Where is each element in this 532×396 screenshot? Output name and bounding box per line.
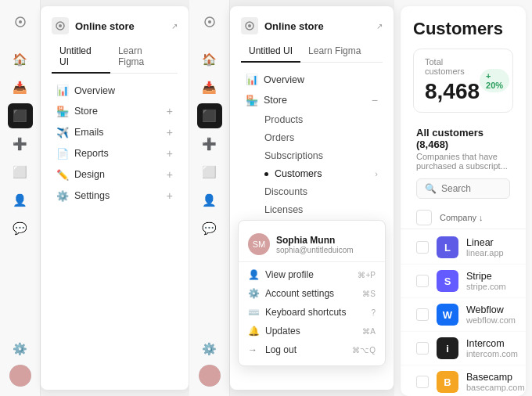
nav-icon-settings-2[interactable]: ⚙️	[197, 337, 222, 362]
logout-shortcut: ⌘⌥Q	[352, 346, 376, 355]
nav-icon-user-2[interactable]: 👤	[197, 188, 222, 213]
company-checkbox-0[interactable]	[416, 241, 429, 254]
sidebar-left-1: 🏠 📥 ⬛ ➕ ⬜ 👤 💬 ⚙️	[0, 0, 41, 396]
sub-discounts[interactable]: Discounts	[235, 183, 389, 200]
popup-account-settings[interactable]: ⚙️ Account settings ⌘S	[239, 284, 385, 303]
popup-user-email: sophia@untitleduicom	[276, 246, 354, 254]
avatar-2[interactable]	[199, 365, 221, 387]
nav-overview-1[interactable]: 📊 Overview	[45, 81, 184, 100]
nav-icon-layers-2[interactable]: ⬜	[197, 160, 222, 185]
store-nav-icon-1: 🏪	[56, 106, 69, 117]
nav-icon-plus-2[interactable]: ➕	[197, 131, 222, 157]
company-row[interactable]: W Webflow webflow.com	[401, 298, 526, 332]
company-checkbox-3[interactable]	[416, 342, 429, 355]
account-settings-icon: ⚙️	[248, 288, 259, 299]
company-name-2: Webflow	[466, 304, 516, 315]
nav-settings-1[interactable]: ⚙️ Settings +	[45, 185, 184, 206]
avatar-1[interactable]	[9, 365, 31, 387]
search-input[interactable]	[441, 183, 526, 194]
nav-icon-layers-1[interactable]: ⬜	[8, 160, 33, 185]
popup-updates[interactable]: 🔔 Updates ⌘A	[239, 322, 385, 340]
panel-2-header: Online store ↗ Untitled UI Learn Figma	[230, 6, 394, 63]
company-row[interactable]: S Stripe stripe.com	[401, 265, 526, 298]
company-checkbox-1[interactable]	[416, 275, 429, 287]
popup-logout[interactable]: → Log out ⌘⌥Q	[239, 340, 385, 359]
svg-point-1	[19, 20, 22, 23]
search-box[interactable]: 🔍	[416, 178, 510, 199]
store-row-2: Online store ↗	[241, 17, 383, 34]
tab-untitled-ui-2[interactable]: Untitled UI	[241, 41, 300, 63]
company-logo-2: W	[437, 304, 458, 326]
section-title: All customers (8,468)	[401, 127, 526, 150]
cursor-indicator: ›	[375, 169, 378, 178]
emails-plus-1: +	[167, 126, 173, 139]
nav-icon-home-2[interactable]: 🏠	[197, 47, 222, 72]
nav-icon-logo-2[interactable]	[197, 9, 222, 34]
nav-emails-1[interactable]: ✈️ Emails +	[45, 122, 184, 142]
company-name-4: Basecamp	[466, 372, 525, 383]
nav-reports-1[interactable]: 📄 Reports +	[45, 143, 184, 164]
nav-icon-user-1[interactable]: 👤	[8, 188, 33, 213]
panel-nav-1: 📊 Overview 🏪 Store + ✈️ Emails + 📄 Repor…	[41, 74, 189, 390]
nav-icon-inbox-1[interactable]: 📥	[8, 75, 33, 100]
nav-icon-calendar-2[interactable]: ⬛	[197, 103, 222, 128]
nav-icon-msg-1[interactable]: 💬	[8, 216, 33, 241]
panel-tabs-2: Untitled UI Learn Figma	[241, 41, 383, 63]
company-checkbox-4[interactable]	[416, 376, 429, 388]
popup-keyboard-shortcuts[interactable]: ⌨️ Keyboard shortcuts ?	[239, 303, 385, 322]
company-info-0: Linear linear.app	[466, 237, 504, 257]
overview-icon-1: 📊	[56, 85, 69, 96]
search-icon: 🔍	[425, 183, 437, 194]
svg-point-3	[59, 24, 62, 27]
sub-subscriptions[interactable]: Subscriptions	[235, 147, 389, 164]
sub-orders[interactable]: Orders	[235, 129, 389, 146]
company-row[interactable]: L Linear linear.app	[401, 231, 526, 265]
table-header: Company ↓	[401, 207, 526, 229]
nav-icon-inbox-2[interactable]: 📥	[197, 75, 222, 100]
nav-icon-plus-1[interactable]: ➕	[8, 131, 33, 157]
nav-store-2[interactable]: 🏪 Store −	[235, 90, 389, 110]
company-logo-4: B	[437, 371, 458, 393]
nav-icon-settings-1[interactable]: ⚙️	[8, 337, 33, 362]
sub-licenses[interactable]: Licenses	[235, 201, 389, 218]
popup-view-profile[interactable]: 👤 View profile ⌘+P	[239, 265, 385, 284]
company-row[interactable]: i Intercom intercom.com	[401, 332, 526, 365]
svg-point-7	[248, 24, 251, 27]
nav-store-1[interactable]: 🏪 Store +	[45, 101, 184, 121]
company-info-3: Intercom intercom.com	[466, 338, 518, 358]
company-row[interactable]: B Basecamp basecamp.com	[401, 365, 526, 396]
header-checkbox[interactable]	[416, 210, 432, 225]
nav-icon-calendar-1[interactable]: ⬛	[8, 103, 33, 128]
company-name-0: Linear	[466, 237, 504, 248]
company-logo-3: i	[437, 337, 458, 359]
updates-shortcut: ⌘A	[362, 327, 376, 336]
keyboard-shortcuts-icon: ⌨️	[248, 307, 259, 318]
customers-main: Customers Total customers 8,468 + 20% Al…	[394, 0, 532, 396]
tab-untitled-ui-1[interactable]: Untitled UI	[52, 41, 110, 74]
company-name-1: Stripe	[466, 271, 506, 282]
popup-user-details: Sophia Munn sophia@untitleduicom	[276, 235, 354, 254]
design-plus-1: +	[167, 168, 173, 181]
keyboard-shortcut-key: ?	[371, 308, 376, 317]
sub-products[interactable]: Products	[235, 111, 389, 128]
company-info-1: Stripe stripe.com	[466, 271, 506, 291]
sort-icon: ↓	[479, 213, 483, 222]
tab-learn-figma-2[interactable]: Learn Figma	[300, 41, 368, 63]
tab-learn-figma-1[interactable]: Learn Figma	[110, 41, 178, 74]
nav-design-1[interactable]: ✏️ Design +	[45, 164, 184, 185]
nav-icon-logo[interactable]	[8, 9, 33, 34]
customers-panel: Customers Total customers 8,468 + 20% Al…	[401, 6, 526, 396]
section-desc: Companies that have purchased a subscrip…	[401, 152, 526, 171]
updates-icon: 🔔	[248, 326, 259, 337]
store-name-1: Online store	[75, 20, 165, 32]
popup-user-name: Sophia Munn	[276, 235, 354, 246]
company-checkbox-2[interactable]	[416, 308, 429, 321]
popup-avatar: SM	[248, 233, 270, 255]
company-url-3: intercom.com	[466, 349, 518, 358]
panel-tabs-1: Untitled UI Learn Figma	[52, 41, 178, 74]
nav-overview-2[interactable]: 📊 Overview	[235, 70, 389, 89]
nav-icon-msg-2[interactable]: 💬	[197, 216, 222, 241]
store-minus-2: −	[372, 94, 378, 106]
sub-customers[interactable]: Customers ›	[235, 165, 389, 182]
nav-icon-home-1[interactable]: 🏠	[8, 47, 33, 72]
